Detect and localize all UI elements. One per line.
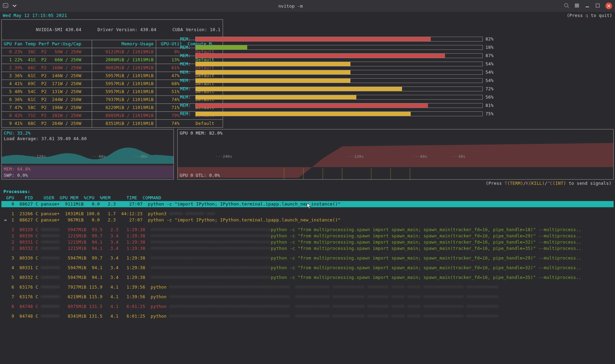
terminal-icon[interactable] xyxy=(3,3,8,9)
process-row[interactable]: 2 80332 C ••••••• 1215MiB 94.1 3.4 1:29:… xyxy=(1,245,614,252)
process-row[interactable]: 5 80332 C ••••••• 5947MiB 94.1 3.4 1:29:… xyxy=(1,274,614,281)
process-row[interactable]: 1 23266 C panxue+ 1031MiB 100.6 1.7 44:1… xyxy=(1,211,614,217)
minimize-button[interactable] xyxy=(585,3,590,9)
memory-bar: MEM:56% xyxy=(180,94,614,100)
process-row[interactable]: 3 80330 C ••••••• 5947MiB 99.7 3.4 1:29:… xyxy=(1,255,614,261)
process-row[interactable]: 2 80329 C ••••••• 5947MiB 93.5 2.3 1:29:… xyxy=(1,227,614,233)
memory-bar: MEM:81% xyxy=(180,102,614,109)
chevron-down-icon[interactable] xyxy=(12,3,17,9)
svg-rect-0 xyxy=(3,3,8,8)
cpu-mem-chart: CPU: 33.2% Load Average: 37.61 39.49 44.… xyxy=(1,129,174,180)
window-titlebar: nvitop -m xyxy=(0,0,615,12)
gpu-header-mid: Memory-Usage xyxy=(92,40,156,48)
signal-hint: (Press T(TERM)/K(KILL)/^C(INT) to send s… xyxy=(1,180,614,187)
terminal-content[interactable]: Wed May 12 17:15:05 2021 (Press q to qui… xyxy=(0,12,615,319)
process-row[interactable]: 6 63176 C ••••••• 7927MiB 115.9 4.1 1:39… xyxy=(1,284,614,290)
window-title: nvitop -m xyxy=(17,3,564,9)
close-button[interactable] xyxy=(605,2,612,9)
memory-bar: MEM:54% xyxy=(180,78,614,84)
process-row[interactable]: 4 80331 C ••••••• 5947MiB 94.1 3.4 1:29:… xyxy=(1,265,614,271)
process-headers: GPU PID USER GPU MEM %CPU %MEM TIME COMM… xyxy=(1,195,614,201)
process-row[interactable]: 0 88627 C panxue+ 9111MiB 0.0 2.3 27:07 … xyxy=(1,201,614,207)
svg-rect-2 xyxy=(596,4,599,7)
process-row[interactable]: 8 84748 C ••••••• 8975MiB 131.5 4.1 6:01… xyxy=(1,303,614,310)
memory-bar: MEM:54% xyxy=(180,69,614,75)
quit-hint: (Press q to quit) xyxy=(567,12,612,19)
process-row[interactable]: 7 63176 C ••••••• 6219MiB 115.9 4.1 1:39… xyxy=(1,294,614,300)
memory-bar: MEM:75% xyxy=(180,111,614,117)
process-row[interactable]: = 1 88627 C panxue+ 967MiB 0.0 2.3 27:07… xyxy=(1,217,614,223)
memory-bar: MEM:82% xyxy=(180,36,614,42)
process-block: Processes: GPU PID USER GPU MEM %CPU %ME… xyxy=(1,189,614,319)
search-icon[interactable] xyxy=(564,3,569,9)
memory-bar: MEM:54% xyxy=(180,61,614,67)
memory-bars: MEM:82%MEM:18%MEM:87%MEM:54%MEM:54%MEM:5… xyxy=(177,19,614,128)
timestamp: Wed May 12 17:15:05 2021 xyxy=(3,12,67,19)
process-row[interactable]: 9 84748 C ••••••• 8341MiB 131.5 4.1 6:01… xyxy=(1,313,614,319)
gpu0-chart: GPU 0 MEM: 82.0% ···240s··· ···120s··· ·… xyxy=(177,129,614,180)
memory-bar: MEM:18% xyxy=(180,44,614,51)
memory-bar: MEM:72% xyxy=(180,86,614,92)
maximize-button[interactable] xyxy=(595,3,600,9)
svg-point-1 xyxy=(564,3,568,7)
process-title: Processes: xyxy=(1,189,614,195)
menu-icon[interactable] xyxy=(574,3,580,9)
process-row[interactable]: 2 80331 C ••••••• 1215MiB 94.1 3.4 1:29:… xyxy=(1,239,614,245)
memory-bar: MEM:87% xyxy=(180,53,614,59)
gpu-header-left: GPU Fan Temp Perf Pwr:Usg/Cap xyxy=(2,40,92,48)
process-row[interactable]: 2 80330 C ••••••• 1215MiB 99.7 3.4 1:29:… xyxy=(1,233,614,239)
